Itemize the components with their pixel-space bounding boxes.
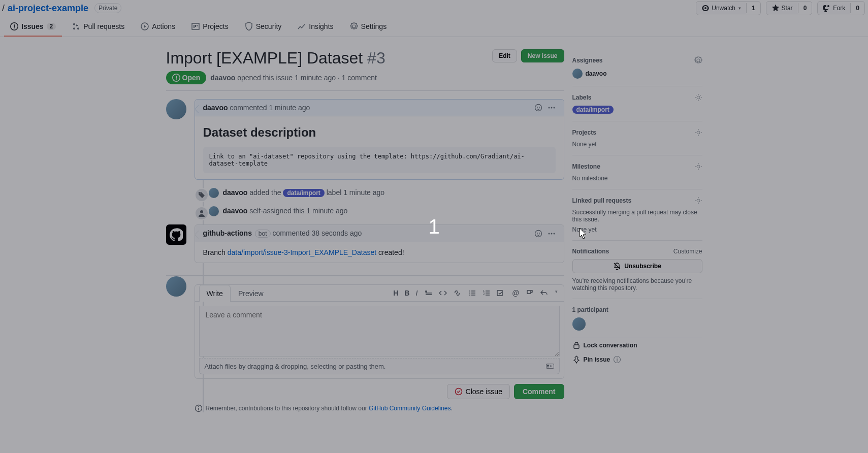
avatar[interactable] xyxy=(166,99,186,119)
guidelines-post: . xyxy=(451,405,452,412)
participant-avatar[interactable] xyxy=(572,317,586,331)
comment-textarea[interactable] xyxy=(199,306,560,357)
issue-title-text: Import [EXAMPLE] Dataset xyxy=(166,49,363,67)
notifications-title: Notifications xyxy=(572,248,609,255)
star-button[interactable]: Star xyxy=(766,3,798,14)
task-list-icon[interactable] xyxy=(497,289,505,297)
comment-author[interactable]: github-actions xyxy=(203,229,252,237)
svg-text:2: 2 xyxy=(483,292,485,295)
cross-reference-icon[interactable] xyxy=(526,289,534,297)
italic-button[interactable]: I xyxy=(415,289,417,297)
markdown-icon[interactable] xyxy=(546,362,554,370)
tab-projects[interactable]: Projects xyxy=(185,18,235,37)
smiley-icon[interactable] xyxy=(534,230,542,238)
branch-link[interactable]: data/import/issue-3-Import_EXAMPLE_Datas… xyxy=(228,248,376,256)
star-count[interactable]: 0 xyxy=(798,3,812,13)
lock-conversation[interactable]: Lock conversation xyxy=(572,338,702,352)
reply-icon[interactable] xyxy=(540,289,548,297)
gear-icon[interactable] xyxy=(694,163,702,171)
project-icon xyxy=(191,22,200,30)
assignee-row[interactable]: daavoo xyxy=(572,69,702,79)
kebab-icon[interactable] xyxy=(548,230,556,238)
numbered-list-icon[interactable]: 12 xyxy=(483,289,491,297)
issue-number: #3 xyxy=(367,49,385,67)
assignee-name: daavoo xyxy=(586,70,607,77)
event-author[interactable]: daavoo xyxy=(222,207,247,215)
svg-point-1 xyxy=(535,105,541,111)
watch-count[interactable]: 1 xyxy=(746,3,760,13)
star-label: Star xyxy=(782,5,793,12)
fork-button-group: Fork 0 xyxy=(817,1,865,15)
tag-icon xyxy=(198,191,206,199)
label-chip[interactable]: data/import xyxy=(283,189,324,197)
guidelines-link[interactable]: GitHub Community Guidelines xyxy=(369,405,451,412)
smiley-icon[interactable] xyxy=(534,104,542,112)
toolbar-more[interactable]: ▾ xyxy=(555,289,558,297)
attach-hint[interactable]: Attach files by dragging & dropping, sel… xyxy=(205,363,386,370)
pin-label: Pin issue xyxy=(584,356,610,363)
tab-security[interactable]: Security xyxy=(239,18,288,37)
new-issue-button[interactable]: New issue xyxy=(521,49,564,62)
fork-button[interactable]: Fork xyxy=(818,3,850,14)
event-author[interactable]: daavoo xyxy=(222,188,247,197)
comment-author[interactable]: daavoo xyxy=(203,104,228,112)
comment-button[interactable]: Comment xyxy=(514,384,564,399)
code-icon[interactable] xyxy=(439,289,447,297)
kebab-icon[interactable] xyxy=(548,104,556,112)
state-label: Open xyxy=(182,74,201,82)
avatar[interactable] xyxy=(166,276,186,297)
tab-actions[interactable]: Actions xyxy=(135,18,181,37)
edit-button[interactable]: Edit xyxy=(492,49,517,62)
play-icon xyxy=(141,22,149,30)
projects-value: None yet xyxy=(572,141,702,148)
heading-button[interactable]: H xyxy=(393,289,398,297)
bot-avatar[interactable] xyxy=(166,224,186,245)
tab-pulls[interactable]: Pull requests xyxy=(66,18,131,37)
gear-icon[interactable] xyxy=(694,128,702,137)
issue-opened-meta: opened this issue 1 minute ago · 1 comme… xyxy=(237,74,377,82)
eye-icon xyxy=(701,4,710,12)
markdown-toolbar: H B I 12 xyxy=(393,289,557,297)
unsubscribe-button[interactable]: Unsubscribe xyxy=(572,259,702,273)
svg-point-4 xyxy=(548,107,550,109)
unwatch-button[interactable]: Unwatch ▾ xyxy=(696,3,746,14)
tab-settings-label: Settings xyxy=(361,22,387,30)
quote-icon[interactable] xyxy=(425,289,433,297)
compose-box: Write Preview H B I xyxy=(195,284,564,379)
tab-issues[interactable]: Issues 2 xyxy=(4,18,62,37)
mini-avatar[interactable] xyxy=(209,206,219,216)
issue-author-link[interactable]: daavoo xyxy=(210,74,235,82)
shield-icon xyxy=(245,22,253,30)
gear-icon[interactable] xyxy=(694,197,702,205)
sidebar-label-chip[interactable]: data/import xyxy=(572,106,614,114)
bold-button[interactable]: B xyxy=(404,289,409,297)
fork-count[interactable]: 0 xyxy=(850,3,864,13)
pin-issue[interactable]: Pin issue xyxy=(572,352,702,367)
compose-tab-write[interactable]: Write xyxy=(199,285,231,302)
milestone-value: No milestone xyxy=(572,175,702,182)
repo-name-link[interactable]: ai-project-example xyxy=(8,3,88,14)
mini-avatar[interactable] xyxy=(209,188,219,198)
fork-label: Fork xyxy=(833,5,845,12)
tab-settings[interactable]: Settings xyxy=(344,18,393,37)
link-icon[interactable] xyxy=(453,289,461,297)
gear-icon[interactable] xyxy=(694,93,702,102)
linked-title: Linked pull requests xyxy=(572,197,632,204)
star-icon xyxy=(771,4,780,12)
comment-heading: Dataset description xyxy=(203,125,556,140)
labels-title: Labels xyxy=(572,94,592,101)
close-issue-button[interactable]: Close issue xyxy=(447,384,510,399)
customize-link[interactable]: Customize xyxy=(673,248,702,255)
mention-button[interactable]: @ xyxy=(512,289,519,297)
gear-icon[interactable] xyxy=(694,56,702,64)
svg-rect-27 xyxy=(574,345,579,348)
info-icon[interactable] xyxy=(613,355,621,364)
tab-insights[interactable]: Insights xyxy=(292,18,339,37)
lock-icon xyxy=(572,341,581,349)
event-self-assigned: daavoo self-assigned this 1 minute ago xyxy=(195,206,564,216)
svg-point-13 xyxy=(469,290,470,292)
tab-security-label: Security xyxy=(256,22,282,30)
bulleted-list-icon[interactable] xyxy=(468,289,476,297)
tab-issues-count: 2 xyxy=(47,23,56,30)
compose-tab-preview[interactable]: Preview xyxy=(231,285,271,302)
